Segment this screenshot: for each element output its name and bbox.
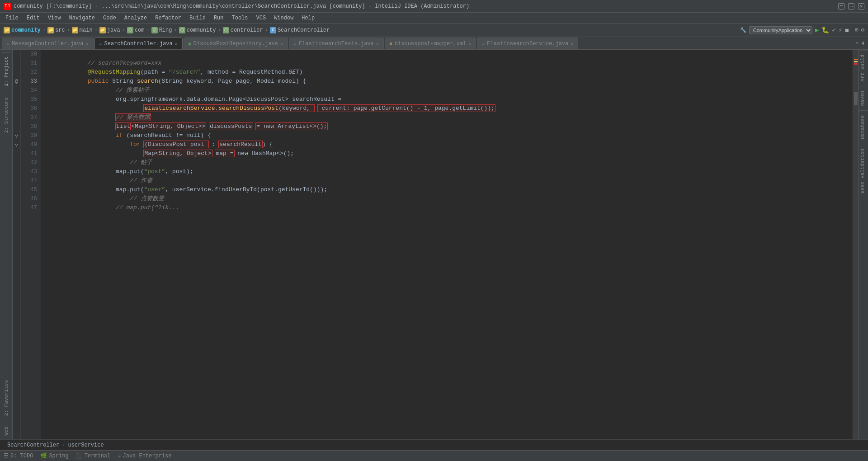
gutter: @ ▽ ▽ [13,50,21,439]
menu-tools[interactable]: Tools [228,14,252,22]
gutter-39: ▽ [13,131,20,140]
nav-java[interactable]: 📁 java [99,27,120,33]
profile-button[interactable]: ⚡ [839,26,842,34]
panel-web[interactable]: Web [2,423,10,439]
panel-maven[interactable]: Maven [859,86,868,110]
ring-icon: ⬡ [151,27,158,33]
tool-java-enterprise[interactable]: ☕ Java Enterprise [118,452,171,459]
code-editor[interactable]: @ ▽ ▽ 30 31 32 33 [13,50,858,439]
menu-edit[interactable]: Edit [23,14,43,22]
scrollbar-vertical[interactable] [853,50,858,439]
nav-main[interactable]: 📁 main [72,27,93,33]
nav-com[interactable]: ⬡ com [127,27,145,33]
nav-src[interactable]: 📁 src [47,27,65,33]
gutter-36 [13,104,20,113]
nav-community[interactable]: 📁 community [4,27,41,33]
gutter-34 [13,86,20,95]
settings-button[interactable]: ⚙ [861,27,864,33]
ln-47: 47 [21,203,37,212]
run-button[interactable]: ▶ [815,26,819,34]
panel-structure[interactable]: 2: Structure [2,94,10,136]
pkg-icon: ⬡ [127,27,133,33]
tab-close-messagecontroller[interactable]: ✕ [85,41,88,47]
scroll-indicator-3 [854,63,858,65]
panel-project[interactable]: 1: Project [2,52,10,90]
nav-bar: 📁 community › 📁 src › 📁 main › 📁 java › … [0,24,868,37]
app-icon: IJ [4,3,11,10]
searchctrl-icon: C [270,27,276,33]
tab-discusspostrepository[interactable]: ◉ DiscussPostRepository.java ✕ [184,38,288,49]
panel-art-build[interactable]: Art Build [859,50,868,86]
tabs-bar: ☕ MessageController.java ✕ ☕ SearchContr… [0,37,868,50]
menu-code[interactable]: Code [99,14,120,22]
breadcrumb-bar: SearchController › userService [0,439,868,450]
menu-build[interactable]: Build [186,14,209,22]
tab-close-tests[interactable]: ✕ [376,41,379,47]
gutter-43 [13,167,20,176]
tab-messagecontroller[interactable]: ☕ MessageController.java ✕ [2,38,94,49]
tab-label-elasticsearchservice: ElasticsearchService.java [487,41,568,47]
restore-button[interactable]: ▭ [848,3,854,9]
nav-ring[interactable]: ⬡ Ring [151,27,172,33]
title-bar-controls[interactable]: ─ ▭ ✕ [838,3,864,9]
nav-searchcontroller[interactable]: C SearchController [270,27,330,33]
tab-label-discusspostmapper: discusspost-mapper.xml [395,41,466,47]
gutter-35 [13,95,20,104]
panel-database[interactable]: Database [859,110,868,144]
tool-spring[interactable]: 🌿 Spring [40,452,68,459]
code-line-47: // map.put(“lik... [45,203,853,212]
code-line-38: List<Map<String, Object>> discussPosts =… [45,122,853,131]
ln-36: 36 [21,104,37,113]
menu-view[interactable]: View [44,14,65,22]
run-config-select[interactable]: CommunityApplication [749,26,812,34]
menu-analyze[interactable]: Analyze [121,14,151,22]
layout-button[interactable]: ⊞ [855,27,859,33]
code-line-39: if (searchResult != null) { [45,131,853,140]
menu-file[interactable]: File [2,14,22,22]
gutter-45 [13,185,20,194]
java-enterprise-icon: ☕ [118,452,121,459]
tab-close-mapper[interactable]: ✕ [468,41,471,47]
tab-close-service[interactable]: ✕ [571,41,573,47]
scrollbar-thumb[interactable] [854,92,858,105]
nav-controller[interactable]: ⬡ controller [223,27,263,33]
nav-community2[interactable]: ⬡ community [179,27,216,33]
menu-run[interactable]: Run [210,14,227,22]
spring-label: Spring [49,453,68,459]
menu-refactor[interactable]: Refactor [151,14,185,22]
debug-button[interactable]: 🐛 [821,26,829,34]
gutter-44 [13,176,20,185]
tab-elasticsearchservice[interactable]: ☕ ElasticsearchService.java ✕ [477,38,578,49]
tabs-more[interactable]: ≡ 4 [852,41,868,46]
code-line-31: // search?keyword=xxx [45,59,853,68]
ln-31: 31 [21,59,37,68]
close-button[interactable]: ✕ [858,3,864,9]
stop-button[interactable]: ◼ [845,26,849,34]
menu-help[interactable]: Help [298,14,318,22]
tab-discusspostmapper[interactable]: ⚙ discusspost-mapper.xml ✕ [385,38,476,49]
tab-close-repo[interactable]: ✕ [280,41,283,47]
src-folder-icon: 📁 [47,27,54,33]
tab-label-elasticsearchtests: ElasticsearchTests.java [299,41,374,47]
code-line-43: map.put(“post”, post); [45,167,853,176]
ln-45: 45 [21,185,37,194]
tool-terminal[interactable]: ⬛ Terminal [76,452,111,459]
menu-window[interactable]: Window [270,14,297,22]
tab-searchcontroller[interactable]: ☕ SearchController.java ✕ [94,38,183,49]
panel-bean-validation[interactable]: Bean Validation [859,144,868,198]
tab-xml-icon: ⚙ [390,41,392,47]
panel-favorites[interactable]: 2: Favorites [2,376,10,419]
ln-44: 44 [21,176,37,185]
menu-navigate[interactable]: Navigate [65,14,99,22]
code-line-35: org.springframework.data.domain.Page<Dis… [45,95,853,104]
coverage-button[interactable]: ✓ [832,26,835,34]
menu-vcs[interactable]: VCS [253,14,270,22]
tab-elasticsearchtests[interactable]: ☕ ElasticsearchTests.java ✕ [289,38,384,49]
java-folder-icon: 📁 [99,27,106,33]
tool-todo[interactable]: ☰ 6: TODO [4,452,33,459]
nav-label-main: main [80,27,93,33]
code-text[interactable]: // search?keyword=xxx @RequestMapping(pa… [41,50,853,439]
gutter-32 [13,68,20,77]
minimize-button[interactable]: ─ [838,3,844,9]
tab-close-searchcontroller[interactable]: ✕ [175,41,178,47]
